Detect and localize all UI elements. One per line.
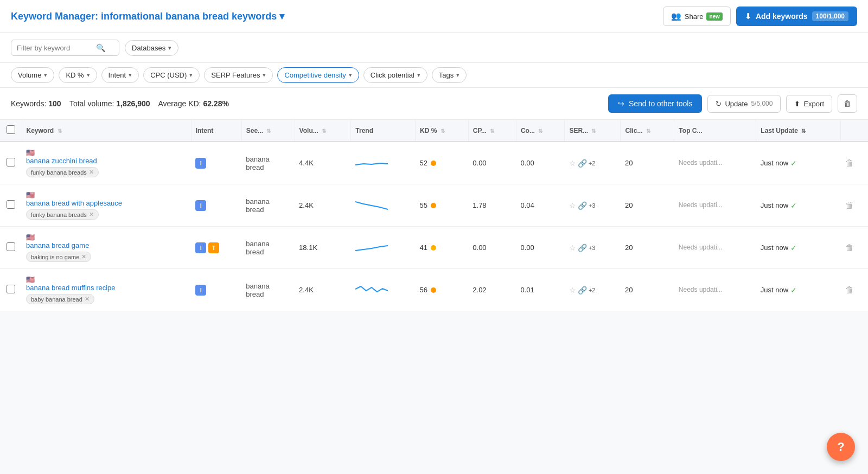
serp-plus: +2 [589, 160, 596, 166]
send-icon: ↪ [618, 99, 624, 108]
list-name[interactable]: informational banana bread keywords [101, 11, 279, 22]
tags-label: Tags [439, 71, 454, 79]
col-cpc[interactable]: CP... ⇅ [468, 120, 516, 142]
delete-row-icon[interactable]: 🗑 [845, 201, 854, 210]
kd-cell: 52 [415, 142, 468, 184]
databases-label: Databases [132, 44, 165, 52]
intent-cell: I T [191, 227, 241, 269]
row-checkbox-cell [0, 269, 22, 311]
intent-badge: T [208, 242, 219, 253]
row-checkbox[interactable] [7, 200, 15, 209]
cpc-cell: 2.02 [468, 269, 516, 311]
send-to-tools-button[interactable]: ↪ Send to other tools [608, 94, 703, 113]
comp-cell: 0.00 [516, 227, 565, 269]
serp-plus: +2 [589, 287, 596, 293]
col-last-update[interactable]: Last Update ⇅ [756, 120, 841, 142]
keywords-table: Keyword ⇅ Intent See... ⇅ Volu... ⇅ Tren… [0, 120, 868, 311]
star-icon: ☆ [569, 286, 576, 294]
remove-tag-icon[interactable]: ✕ [85, 296, 90, 303]
volume-filter[interactable]: Volume ▾ [11, 67, 54, 83]
top-c-value: Needs updati... [679, 159, 723, 166]
spacing2 [152, 99, 156, 108]
total-volume-label: Total volume: [69, 99, 116, 108]
trash-icon: 🗑 [844, 99, 851, 108]
row-checkbox[interactable] [7, 158, 15, 166]
delete-row-icon[interactable]: 🗑 [845, 158, 854, 168]
last-update-text: Just now [761, 201, 788, 209]
serp-plus: +3 [589, 245, 596, 251]
top-c-cell: Needs updati... [674, 269, 756, 311]
remove-tag-icon[interactable]: ✕ [81, 253, 86, 260]
serp-filter[interactable]: SERP Features ▾ [204, 67, 273, 83]
flag-icon: 🇺🇸 [26, 149, 35, 157]
col-keyword[interactable]: Keyword ⇅ [22, 120, 191, 142]
comp-cell: 0.00 [516, 142, 565, 184]
keyword-link[interactable]: banana zucchini bread [26, 157, 187, 165]
col-volume[interactable]: Volu... ⇅ [295, 120, 351, 142]
avg-kd: 62.28% [203, 99, 228, 108]
intent-badge: I [195, 200, 206, 211]
tag-pill[interactable]: funky banana breads ✕ [26, 209, 99, 220]
update-button[interactable]: ↻ Update 5/5,000 [707, 95, 781, 113]
filter-chips-bar: Volume ▾ KD % ▾ Intent ▾ CPC (USD) ▾ SER… [0, 63, 868, 88]
keyword-search-box[interactable]: 🔍 [11, 40, 119, 56]
tag-pill[interactable]: baking is no game ✕ [26, 252, 91, 262]
last-update-text: Just now [761, 286, 788, 294]
top-c-value: Needs updati... [679, 244, 723, 251]
col-click[interactable]: Clic... ⇅ [621, 120, 674, 142]
tag-pill[interactable]: baby banana bread ✕ [26, 294, 94, 304]
search-input[interactable] [17, 44, 93, 52]
click-potential-label: Click potential [371, 71, 414, 79]
header-title: Keyword Manager: informational banana br… [11, 10, 284, 22]
select-all-checkbox[interactable] [7, 125, 15, 134]
table-header-row: Keyword ⇅ Intent See... ⇅ Volu... ⇅ Tren… [0, 120, 868, 142]
col-comp[interactable]: Co... ⇅ [516, 120, 565, 142]
comp-density-filter[interactable]: Competitive density ▾ [277, 67, 359, 83]
top-c-cell: Needs updati... [674, 184, 756, 227]
cpc-filter[interactable]: CPC (USD) ▾ [143, 67, 200, 83]
avg-kd-label: Average KD: [158, 99, 203, 108]
row-checkbox[interactable] [7, 285, 15, 293]
share-label: Share [685, 12, 704, 21]
download-icon: ⬇ [745, 12, 751, 21]
click-potential-filter[interactable]: Click potential ▾ [363, 67, 427, 83]
stats-bar: Keywords: 100 Total volume: 1,826,900 Av… [0, 88, 868, 120]
keyword-link[interactable]: banana bread muffins recipe [26, 284, 187, 292]
delete-cell: 🗑 [841, 184, 868, 227]
volume-cell: 2.4K [295, 269, 351, 311]
bulk-delete-button[interactable]: 🗑 [838, 94, 857, 113]
col-kd[interactable]: KD % ⇅ [415, 120, 468, 142]
last-update-cell: Just now ✓ [756, 142, 841, 184]
delete-row-icon[interactable]: 🗑 [845, 285, 854, 294]
keyword-link[interactable]: banana bread with applesauce [26, 199, 187, 207]
col-top-c: Top C... [674, 120, 756, 142]
delete-row-icon[interactable]: 🗑 [845, 243, 854, 252]
databases-filter[interactable]: Databases ▾ [125, 40, 178, 56]
remove-tag-icon[interactable]: ✕ [89, 169, 94, 176]
kd-filter[interactable]: KD % ▾ [59, 67, 97, 83]
remove-tag-icon[interactable]: ✕ [89, 211, 94, 218]
search-icon: 🔍 [96, 43, 105, 52]
row-checkbox[interactable] [7, 242, 15, 251]
chevron-down-icon: ▾ [87, 72, 90, 79]
export-button[interactable]: ⬆ Export [786, 95, 832, 113]
tags-filter[interactable]: Tags ▾ [432, 67, 467, 83]
trend-cell [351, 184, 416, 227]
export-icon: ⬆ [794, 100, 800, 108]
add-keywords-button[interactable]: ⬇ Add keywords 100/1,000 [736, 7, 857, 26]
intent-filter[interactable]: Intent ▾ [101, 67, 139, 83]
app-header: Keyword Manager: informational banana br… [0, 0, 868, 33]
col-serp[interactable]: SER... ⇅ [565, 120, 621, 142]
star-icon: ☆ [569, 201, 576, 210]
share-button[interactable]: 👥 Share new [663, 7, 731, 26]
stats-actions: ↪ Send to other tools ↻ Update 5/5,000 ⬆… [608, 94, 857, 113]
app-title: Keyword Manager: [11, 11, 98, 22]
share-new-badge: new [706, 12, 722, 21]
chevron-down-icon[interactable]: ▾ [279, 11, 284, 22]
table-row: 🇺🇸 banana bread with applesauce funky ba… [0, 184, 868, 227]
top-c-cell: Needs updati... [674, 142, 756, 184]
col-seed[interactable]: See... ⇅ [241, 120, 295, 142]
keyword-link[interactable]: banana bread game [26, 241, 187, 249]
tag-pill[interactable]: funky banana breads ✕ [26, 167, 99, 177]
keywords-count: 100 [48, 99, 61, 108]
